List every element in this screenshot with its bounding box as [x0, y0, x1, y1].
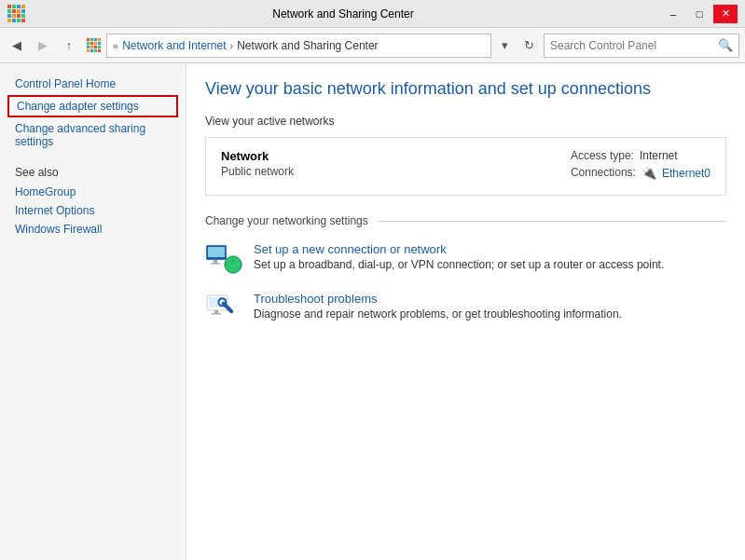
window-title: Network and Sharing Center [272, 7, 413, 20]
minimize-button[interactable]: – [661, 5, 685, 23]
breadcrumb-current: Network and Sharing Center [237, 39, 378, 52]
change-settings-label: Change your networking settings [205, 214, 368, 227]
location-icon [84, 36, 103, 55]
setup-connection-text: Set up a new connection or network Set u… [254, 242, 664, 271]
troubleshoot-text: Troubleshoot problems Diagnose and repai… [254, 292, 622, 321]
sidebar-homegroup[interactable]: HomeGroup [0, 183, 186, 201]
breadcrumb-sep1: « [113, 40, 118, 51]
sidebar-windows-firewall[interactable]: Windows Firewall [0, 220, 186, 239]
breadcrumb-dropdown-button[interactable]: ▾ [495, 34, 514, 57]
divider-header: Change your networking settings [205, 214, 726, 227]
network-name: Network [221, 149, 294, 163]
svg-rect-10 [212, 313, 221, 315]
address-bar: ◀ ▶ ↑ « Network and Internet › Network a… [0, 28, 745, 63]
svg-rect-3 [211, 263, 220, 265]
sidebar-control-panel-home[interactable]: Control Panel Home [0, 75, 186, 93]
breadcrumb-sep2: › [230, 40, 234, 51]
troubleshoot-item: Troubleshoot problems Diagnose and repai… [205, 292, 726, 324]
sidebar: Control Panel Home Change adapter settin… [0, 63, 186, 560]
setup-connection-icon [205, 242, 242, 275]
connections-label: Connections: [571, 166, 636, 180]
troubleshoot-link[interactable]: Troubleshoot problems [254, 292, 622, 306]
access-type-label: Access type: [571, 149, 634, 162]
app-icon [7, 5, 25, 22]
access-info: Access type: Internet Connections: 🔌 Eth… [571, 149, 711, 184]
title-bar: Network and Sharing Center – □ ✕ [0, 0, 745, 28]
setup-connection-link[interactable]: Set up a new connection or network [254, 242, 664, 256]
breadcrumb-network-internet[interactable]: Network and Internet [122, 39, 226, 52]
back-button[interactable]: ◀ [6, 34, 28, 57]
setup-connection-desc: Set up a broadband, dial-up, or VPN conn… [254, 258, 664, 271]
networking-settings-section: Change your networking settings [205, 214, 726, 324]
refresh-button[interactable]: ↻ [517, 34, 540, 57]
network-type: Public network [221, 165, 294, 178]
troubleshoot-icon [205, 292, 242, 324]
search-input[interactable] [550, 39, 718, 52]
main-layout: Control Panel Home Change adapter settin… [0, 63, 745, 560]
ethernet-link[interactable]: Ethernet0 [662, 166, 711, 180]
access-type-row: Access type: Internet [571, 149, 711, 162]
up-button[interactable]: ↑ [58, 34, 80, 57]
network-left: Network Public network [221, 149, 294, 178]
maximize-button[interactable]: □ [687, 5, 711, 23]
forward-button[interactable]: ▶ [32, 34, 54, 57]
network-info-box: Network Public network Access type: Inte… [205, 137, 726, 196]
connections-row: Connections: 🔌 Ethernet0 [571, 166, 711, 180]
sidebar-change-advanced-sharing[interactable]: Change advanced sharing settings [0, 119, 186, 151]
see-also-label: See also [0, 151, 186, 183]
page-title: View your basic network information and … [205, 78, 726, 100]
breadcrumb: « Network and Internet › Network and Sha… [106, 34, 491, 58]
troubleshoot-desc: Diagnose and repair network problems, or… [254, 307, 622, 321]
access-type-value: Internet [640, 149, 678, 162]
sidebar-change-adapter[interactable]: Change adapter settings [7, 95, 178, 117]
svg-rect-9 [214, 310, 218, 313]
close-button[interactable]: ✕ [713, 5, 738, 23]
search-button[interactable]: 🔍 [718, 38, 733, 52]
content-area: View your basic network information and … [186, 63, 745, 560]
sidebar-internet-options[interactable]: Internet Options [0, 201, 186, 220]
divider-line [378, 221, 726, 222]
search-box: 🔍 [544, 34, 739, 58]
svg-rect-1 [208, 247, 225, 257]
setup-connection-item: Set up a new connection or network Set u… [205, 242, 726, 275]
svg-rect-2 [214, 260, 217, 263]
active-networks-label: View your active networks [205, 115, 726, 128]
ethernet-icon: 🔌 [642, 166, 656, 180]
